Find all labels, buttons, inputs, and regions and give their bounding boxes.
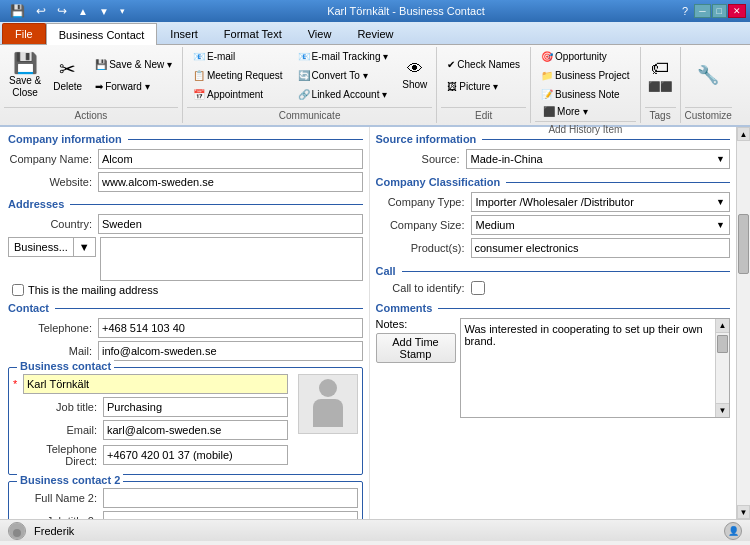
- website-label: Website:: [8, 176, 98, 188]
- company-size-dropdown[interactable]: Medium ▼: [471, 215, 731, 235]
- minimize-btn[interactable]: ─: [694, 4, 710, 18]
- save-close-button[interactable]: 💾 Save &Close: [4, 49, 46, 101]
- full-name2-field[interactable]: [103, 488, 358, 508]
- telephone-field[interactable]: [98, 318, 363, 338]
- picture-button[interactable]: 🖼 Picture ▾: [441, 76, 526, 96]
- tab-review[interactable]: Review: [344, 23, 406, 44]
- forward-icon: ➡: [95, 81, 103, 92]
- tab-file[interactable]: File: [2, 23, 46, 44]
- status-avatar: [8, 522, 26, 540]
- save-qat-btn[interactable]: 💾: [6, 2, 29, 20]
- products-label: Product(s):: [376, 242, 471, 254]
- website-field[interactable]: [98, 172, 363, 192]
- business-project-button[interactable]: 📁 Business Project: [535, 67, 635, 84]
- business-note-button[interactable]: 📝 Business Note: [535, 86, 635, 103]
- country-field[interactable]: [98, 214, 363, 234]
- contact-section-header: Contact: [8, 302, 363, 314]
- maximize-btn[interactable]: □: [712, 4, 727, 18]
- job-title-field[interactable]: [103, 397, 288, 417]
- call-identify-checkbox[interactable]: [471, 281, 485, 295]
- comments-section-header: Comments: [376, 302, 731, 314]
- company-name-label: Company Name:: [8, 153, 98, 165]
- mail-field[interactable]: [98, 341, 363, 361]
- source-dropdown[interactable]: Made-in-China ▼: [466, 149, 731, 169]
- add-timestamp-button[interactable]: Add Time Stamp: [376, 333, 456, 363]
- email-label: Email:: [13, 424, 103, 436]
- classification-section-header: Company Classification: [376, 176, 731, 188]
- business-contact-section-label: Business contact: [17, 360, 114, 372]
- email-field[interactable]: [103, 420, 288, 440]
- company-name-field[interactable]: [98, 149, 363, 169]
- source-section-header: Source information: [376, 133, 731, 145]
- undo-qat-btn[interactable]: ↩: [32, 2, 50, 20]
- products-field[interactable]: [471, 238, 731, 258]
- business-contact2-section-label: Business contact 2: [17, 474, 123, 486]
- source-arrow-icon: ▼: [716, 154, 725, 164]
- show-button[interactable]: 👁 Show: [397, 49, 432, 101]
- main-scrollbar-thumb[interactable]: [738, 214, 749, 274]
- company-size-label: Company Size:: [376, 219, 471, 231]
- check-names-button[interactable]: ✔ Check Names: [441, 54, 526, 74]
- addresses-section-header: Addresses: [8, 198, 363, 210]
- down-qat-btn[interactable]: ▼: [95, 4, 113, 19]
- call-identify-label: Call to identify:: [376, 282, 471, 294]
- email-tracking-icon: 📧: [298, 51, 310, 62]
- mailing-label: This is the mailing address: [28, 284, 158, 296]
- contact-photo[interactable]: [298, 374, 358, 434]
- country-label: Country:: [8, 218, 98, 230]
- tab-business-contact[interactable]: Business Contact: [46, 23, 158, 45]
- communicate-group-label: Communicate: [187, 107, 432, 121]
- delete-button[interactable]: ✂ Delete: [48, 49, 87, 101]
- help-btn[interactable]: ?: [677, 4, 693, 18]
- linked-account-button[interactable]: 🔗 Linked Account ▾: [292, 86, 395, 103]
- tags-group-label: Tags: [645, 107, 676, 121]
- telephone-label: Telephone:: [8, 322, 98, 334]
- mailing-checkbox[interactable]: [12, 284, 24, 296]
- tel-direct-field[interactable]: [103, 445, 288, 465]
- tags-button[interactable]: 🏷 ⬛⬛: [648, 58, 672, 92]
- business-dropdown[interactable]: Business... ▼: [8, 237, 96, 257]
- email-tracking-button[interactable]: 📧 E-mail Tracking ▾: [292, 48, 395, 65]
- save-new-button[interactable]: 💾 Save & New ▾: [89, 54, 178, 74]
- source-label: Source:: [376, 153, 466, 165]
- customize-icon: 🔧: [697, 64, 719, 86]
- job-title-label: Job title:: [13, 401, 103, 413]
- redo-qat-btn[interactable]: ↪: [53, 2, 71, 20]
- dropdown-qat-btn[interactable]: ▾: [116, 4, 129, 18]
- full-name-field[interactable]: [23, 374, 288, 394]
- save-new-icon: 💾: [95, 59, 107, 70]
- show-icon: 👁: [407, 59, 423, 78]
- mail-label: Mail:: [8, 345, 98, 357]
- close-btn[interactable]: ✕: [728, 4, 746, 18]
- company-section-header: Company information: [8, 133, 363, 145]
- tab-format-text[interactable]: Format Text: [211, 23, 295, 44]
- more-button[interactable]: ⬛ More ▾: [537, 101, 635, 121]
- customize-button[interactable]: 🔧: [697, 64, 719, 86]
- main-scrollbar-up[interactable]: ▲: [737, 127, 750, 141]
- notes-scrollbar-up[interactable]: ▲: [716, 319, 729, 333]
- tab-insert[interactable]: Insert: [157, 23, 211, 44]
- email-button[interactable]: 📧 E-mail: [187, 48, 289, 65]
- company-type-dropdown[interactable]: Importer /Wholesaler /Distributor ▼: [471, 192, 731, 212]
- up-qat-btn[interactable]: ▲: [74, 4, 92, 19]
- email-icon: 📧: [193, 51, 205, 62]
- opportunity-button[interactable]: 🎯 Opportunity: [535, 48, 635, 65]
- main-scrollbar-down[interactable]: ▼: [737, 505, 750, 519]
- actions-group-label: Actions: [4, 107, 178, 121]
- company-size-arrow-icon: ▼: [716, 220, 725, 230]
- convert-to-button[interactable]: 🔄 Convert To ▾: [292, 67, 395, 84]
- address-box[interactable]: [100, 237, 363, 281]
- picture-icon: 🖼: [447, 81, 457, 92]
- meeting-icon: 📋: [193, 70, 205, 81]
- job-title2-field[interactable]: [103, 511, 358, 519]
- business-note-icon: 📝: [541, 89, 553, 100]
- forward-button[interactable]: ➡ Forward ▾: [89, 76, 178, 96]
- tab-view[interactable]: View: [295, 23, 345, 44]
- notes-scrollbar-down[interactable]: ▼: [716, 403, 729, 417]
- meeting-request-button[interactable]: 📋 Meeting Request: [187, 67, 289, 84]
- status-username: Frederik: [34, 525, 74, 537]
- business-project-icon: 📁: [541, 70, 553, 81]
- notes-scrollbar-thumb[interactable]: [717, 335, 728, 353]
- job-title2-label: Job title 2:: [13, 515, 103, 519]
- appointment-button[interactable]: 📅 Appointment: [187, 86, 289, 103]
